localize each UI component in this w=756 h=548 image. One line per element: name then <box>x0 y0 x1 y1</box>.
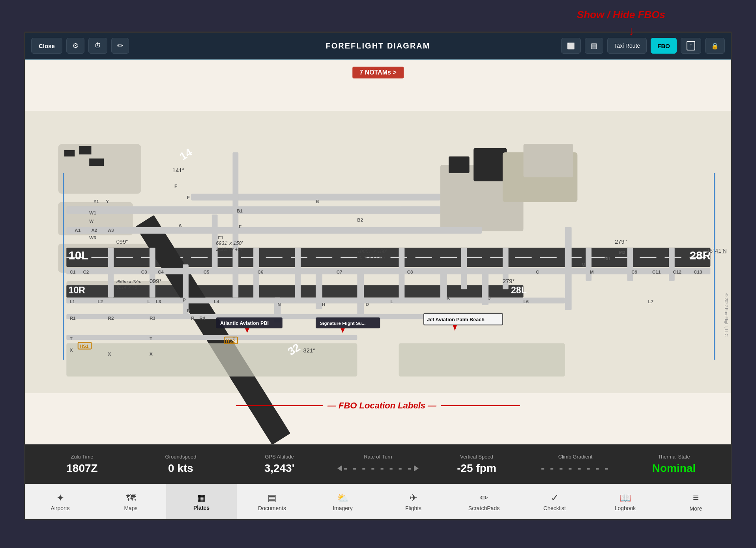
status-zulu-time: Zulu Time 1807Z <box>33 454 131 475</box>
nav-plates[interactable]: ▦ Plates <box>166 484 237 519</box>
thermal-state-value: Nominal <box>652 462 696 475</box>
svg-text:HS1: HS1 <box>80 344 89 349</box>
svg-text:10001' x 150': 10001' x 150' <box>357 249 387 254</box>
svg-text:B: B <box>316 199 319 204</box>
share-icon: ↑ <box>687 41 695 50</box>
svg-text:B1: B1 <box>237 209 243 213</box>
svg-text:C1: C1 <box>70 270 76 274</box>
svg-text:A1: A1 <box>75 228 80 233</box>
svg-text:6931' x 150': 6931' x 150' <box>216 240 243 246</box>
svg-text:L1: L1 <box>70 299 75 304</box>
svg-text:10R: 10R <box>69 285 86 295</box>
svg-text:L4: L4 <box>214 299 219 304</box>
svg-text:W: W <box>89 219 94 224</box>
svg-text:A: A <box>179 223 182 228</box>
svg-rect-7 <box>449 157 470 173</box>
share-button[interactable]: ↑ <box>681 38 701 54</box>
svg-text:980m x 23m: 980m x 23m <box>116 279 142 284</box>
svg-text:141°: 141° <box>172 167 184 173</box>
nav-scratchpads[interactable]: ✏ ScratchPads <box>449 484 519 519</box>
svg-text:Jet Aviation Palm Beach: Jet Aviation Palm Beach <box>427 317 485 322</box>
airports-icon: ✦ <box>56 492 64 503</box>
climb-gradient-label: Climb Gradient <box>558 454 593 460</box>
maps-icon: 🗺 <box>126 492 136 503</box>
nav-airports[interactable]: ✦ Airports <box>25 484 95 519</box>
svg-rect-9 <box>524 144 573 177</box>
pencil-button[interactable] <box>111 38 129 54</box>
svg-text:T: T <box>70 336 73 341</box>
svg-text:P: P <box>187 308 190 313</box>
notam-badge[interactable]: 7 NOTAMs > <box>352 67 404 78</box>
fbo-location-labels-annotation: — FBO Location Labels — <box>323 401 441 411</box>
svg-text:C11: C11 <box>652 270 661 274</box>
map-area[interactable]: 7 NOTAMs > <box>25 60 731 444</box>
flights-icon: ✈ <box>410 492 417 503</box>
svg-text:© 2022 ForeFlight, LLC: © 2022 ForeFlight, LLC <box>724 293 729 337</box>
lock-button[interactable]: 🔒 <box>705 38 725 54</box>
plates-icon: ▦ <box>197 493 206 503</box>
svg-text:C3: C3 <box>141 270 147 274</box>
svg-text:R2: R2 <box>108 316 114 321</box>
imagery-icon: ⛅ <box>337 492 349 503</box>
nav-documents[interactable]: ▤ Documents <box>237 484 307 519</box>
rate-of-turn-value: - - - - - - - - <box>337 462 419 475</box>
fbo-button[interactable]: FBO <box>651 38 677 54</box>
layers-button[interactable] <box>585 38 603 54</box>
close-button[interactable]: Close <box>31 38 62 54</box>
zulu-time-value: 1807Z <box>66 462 97 475</box>
layers-icon <box>591 41 597 50</box>
clock-icon <box>94 42 101 50</box>
nav-checklist[interactable]: ✓ Checklist <box>519 484 590 519</box>
svg-text:C12: C12 <box>673 270 681 274</box>
svg-rect-17 <box>66 206 440 214</box>
checklist-icon: ✓ <box>551 492 559 503</box>
gear-icon <box>72 41 79 50</box>
svg-text:F: F <box>187 195 190 200</box>
groundspeed-value: 0 kts <box>168 462 193 475</box>
svg-text:Signature Flight Su...: Signature Flight Su... <box>320 321 366 326</box>
toolbar-right: Taxi Route FBO ↑ 🔒 <box>561 38 725 54</box>
nav-flights[interactable]: ✈ Flights <box>378 484 449 519</box>
svg-text:X: X <box>70 348 73 352</box>
svg-text:M1: M1 <box>604 256 611 261</box>
svg-text:L2: L2 <box>97 299 103 304</box>
svg-rect-42 <box>669 248 675 281</box>
taxi-route-button[interactable]: Taxi Route <box>607 38 647 54</box>
svg-text:R: R <box>191 316 195 321</box>
nav-maps[interactable]: 🗺 Maps <box>95 484 166 519</box>
svg-text:26°41'N: 26°41'N <box>706 248 727 254</box>
nav-more[interactable]: ≡ More <box>661 484 731 519</box>
imagery-label: Imagery <box>333 505 353 511</box>
svg-text:C4: C4 <box>158 270 164 274</box>
svg-text:HS2: HS2 <box>226 339 235 343</box>
groundspeed-label: Groundspeed <box>165 454 196 460</box>
dash-text: - - - - - - - - <box>344 462 412 475</box>
svg-text:279°: 279° <box>503 278 515 284</box>
svg-text:B2: B2 <box>357 218 363 222</box>
svg-rect-21 <box>357 268 364 317</box>
status-vertical-speed: Vertical Speed -25 fpm <box>427 454 526 475</box>
svg-text:X: X <box>108 352 111 356</box>
nav-logbook[interactable]: 📖 Logbook <box>590 484 661 519</box>
svg-text:2113m x 46m: 2113m x 46m <box>215 247 244 252</box>
fbo-annotation: — FBO Location Labels — <box>236 401 520 411</box>
logbook-icon: 📖 <box>619 492 631 503</box>
gear-button[interactable] <box>66 38 84 54</box>
svg-text:C: C <box>536 270 539 274</box>
svg-rect-34 <box>150 248 155 297</box>
svg-text:Y1: Y1 <box>94 199 99 204</box>
maps-label: Maps <box>124 505 137 511</box>
square-icon <box>567 42 575 50</box>
svg-text:Atlantic Aviation PBI: Atlantic Aviation PBI <box>220 321 269 326</box>
svg-text:W3: W3 <box>89 235 96 240</box>
svg-rect-37 <box>399 248 405 302</box>
nav-imagery[interactable]: ⛅ Imagery <box>307 484 378 519</box>
svg-rect-33 <box>108 248 114 297</box>
status-thermal-state: Thermal State Nominal <box>625 454 723 475</box>
status-bar: Zulu Time 1807Z Groundspeed 0 kts GPS Al… <box>25 444 731 484</box>
clock-button[interactable] <box>88 38 107 54</box>
checklist-label: Checklist <box>543 505 566 511</box>
climb-gradient-value: - - - - - - - - <box>541 462 610 475</box>
svg-text:C6: C6 <box>258 270 264 274</box>
square-button[interactable] <box>561 38 581 54</box>
